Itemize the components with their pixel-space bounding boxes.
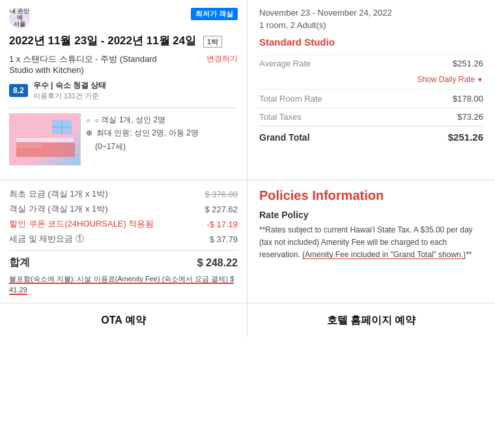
rating-badge: 8.2 — [9, 84, 28, 97]
cost-label-3: 할인 쿠폰 코드(24HOURSALE) 적용됨 — [9, 218, 154, 230]
total-taxes-value: $73.26 — [457, 112, 483, 122]
room-type-title: Standard Studio — [259, 36, 483, 48]
show-daily-rate-button[interactable]: Show Daily Rate ▼ — [417, 75, 483, 84]
total-taxes-label: Total Taxes — [259, 112, 302, 122]
amenity-fee-note: (Amenity Fee included in "Grand Total" s… — [302, 250, 466, 259]
svg-rect-3 — [16, 138, 74, 142]
cost-value-3: -$ 17.19 — [206, 219, 238, 229]
cost-value-2: $ 227.62 — [205, 204, 238, 214]
divider — [9, 107, 238, 108]
average-rate-value: $251.26 — [453, 59, 483, 68]
footer-left-label: OTA 예약 — [101, 314, 145, 328]
date-range: November 23 - November 24, 2022 — [259, 8, 483, 18]
cost-row-3: 할인 쿠폰 코드(24HOURSALE) 적용됨 -$ 17.19 — [9, 218, 238, 230]
total-label: 합계 — [9, 256, 30, 270]
show-daily-rate-section: Show Daily Rate ▼ — [259, 72, 483, 89]
room-guests: 1 room, 2 Adult(s) — [259, 20, 483, 30]
grand-total-label: Grand Total — [259, 132, 310, 143]
cost-row-2: 객실 가격 (객실 1개 x 1박) $ 227.62 — [9, 203, 238, 215]
cost-label-2: 객실 가격 (객실 1개 x 1박) — [9, 203, 108, 215]
grand-total-row: Grand Total $251.26 — [259, 126, 483, 145]
grand-total-value: $251.26 — [448, 132, 483, 143]
cost-value-4: $ 37.79 — [210, 234, 238, 244]
total-room-rate-label: Total Room Rate — [259, 94, 322, 104]
total-row: 합계 $ 248.22 — [9, 256, 238, 270]
footer-right-label: 호텔 홈페이지 예약 — [327, 314, 416, 328]
rate-policy-title: Rate Policy — [259, 210, 483, 220]
bottom-right: Policies Information Rate Policy **Rates… — [248, 180, 495, 303]
total-taxes-row: Total Taxes $73.26 — [259, 107, 483, 126]
rating-row: 8.2 우수 | 숙소 청결 상태 이용후기 131건 기준 — [9, 80, 238, 101]
nights-badge: 1박 — [203, 36, 222, 48]
policies-title: Policies Information — [259, 188, 483, 203]
show-daily-rate-label: Show Daily Rate — [417, 75, 475, 84]
bottom-section: 최초 요금 (객실 1개 x 1박) $ 376.00 객실 가격 (객실 1개… — [0, 180, 495, 303]
top-section: 최저가 객실 내 손안에서울 2022년 11월 23일 - 2022년 11월… — [0, 0, 495, 180]
average-rate-label: Average Rate — [259, 59, 311, 68]
total-value: $ 248.22 — [197, 257, 238, 269]
room-type-row: 1 x 스탠다드 스튜디오 - 주방 (Standard Studio with… — [9, 53, 238, 75]
room-details: ⬦ ⬦ 객실 1개, 성인 2명 ⊕ 최대 인원: 성인 2명, 아동 2명 (… — [86, 113, 199, 165]
room-info-age: (0~17세) — [86, 140, 199, 153]
room-image-row: ⬦ ⬦ 객실 1개, 성인 2명 ⊕ 최대 인원: 성인 2명, 아동 2명 (… — [9, 113, 238, 165]
best-price-badge: 최저가 객실 — [191, 8, 238, 20]
total-room-rate-value: $178.00 — [453, 94, 483, 104]
room-info-max: ⊕ 최대 인원: 성인 2명, 아동 2명 — [86, 126, 199, 139]
total-section: 합계 $ 248.22 불포함(숙소에 지불): 시설 이용료(Amenity … — [9, 250, 238, 295]
booking-date: 2022년 11월 23일 - 2022년 11월 24일 1박 — [9, 34, 238, 48]
bottom-left: 최초 요금 (객실 1개 x 1박) $ 376.00 객실 가격 (객실 1개… — [0, 180, 248, 303]
average-rate-row: Average Rate $251.26 — [259, 54, 483, 72]
total-room-rate-row: Total Room Rate $178.00 — [259, 89, 483, 107]
footer-section: OTA 예약 호텔 홈페이지 예약 — [0, 303, 495, 337]
room-name: 1 x 스탠다드 스튜디오 - 주방 (Standard Studio with… — [9, 53, 203, 75]
footer-left: OTA 예약 — [0, 303, 248, 337]
chevron-down-icon: ▼ — [477, 76, 483, 83]
room-thumbnail — [9, 113, 81, 165]
cost-label-1: 최초 요금 (객실 1개 x 1박) — [9, 188, 108, 200]
rating-label: 우수 | 숙소 청결 상태 — [33, 81, 107, 90]
cost-row-4: 세금 및 제반요금 ① $ 37.79 — [9, 233, 238, 245]
change-room-link[interactable]: 변경하기 — [206, 53, 238, 64]
rate-policy-text: **Rates subject to current Hawai'i State… — [259, 224, 483, 262]
inclusion-text: 불포함(숙소에 지불): 시설 이용료(Amenity Fee) (숙소에서 요… — [9, 273, 238, 295]
room-info-guests: ⬦ ⬦ 객실 1개, 성인 2명 — [86, 113, 199, 126]
right-panel: November 23 - November 24, 2022 1 room, … — [248, 0, 495, 180]
rating-text: 우수 | 숙소 청결 상태 이용후기 131건 기준 — [33, 80, 107, 101]
rating-sub: 이용후기 131건 기준 — [33, 91, 107, 101]
main-container: 최저가 객실 내 손안에서울 2022년 11월 23일 - 2022년 11월… — [0, 0, 495, 337]
left-panel: 최저가 객실 내 손안에서울 2022년 11월 23일 - 2022년 11월… — [0, 0, 248, 180]
footer-right: 호텔 홈페이지 예약 — [248, 303, 495, 337]
cost-value-1: $ 376.00 — [205, 189, 238, 199]
cost-row-1: 최초 요금 (객실 1개 x 1박) $ 376.00 — [9, 188, 238, 200]
cost-label-4: 세금 및 제반요금 ① — [9, 233, 84, 245]
logo-icon: 내 손안에서울 — [9, 8, 30, 29]
